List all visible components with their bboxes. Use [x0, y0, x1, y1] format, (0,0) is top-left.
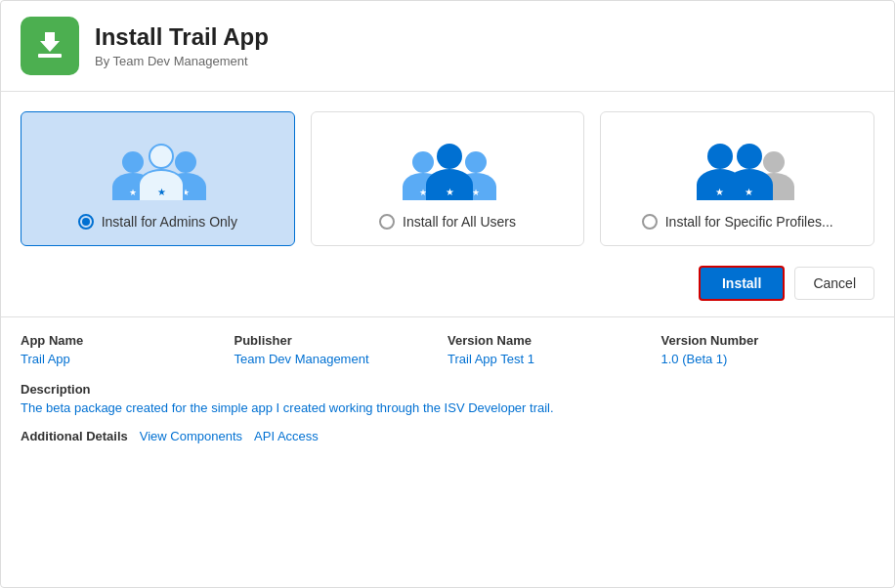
- info-grid: App Name Trail App Publisher Team Dev Ma…: [21, 333, 874, 366]
- modal-header: Install Trail App By Team Dev Management: [1, 1, 894, 92]
- version-name-value: Trail App Test 1: [448, 352, 661, 366]
- option-specific-profiles[interactable]: ★ ★ Install for Specific Profiles...: [600, 111, 874, 246]
- action-row: Install Cancel: [1, 256, 894, 316]
- app-name-label: App Name: [21, 333, 234, 348]
- app-name-col: App Name Trail App: [21, 333, 234, 366]
- radio-all-users[interactable]: [379, 214, 395, 230]
- info-section: App Name Trail App Publisher Team Dev Ma…: [1, 316, 894, 463]
- download-icon: [32, 28, 67, 63]
- description-text: The beta package created for the simple …: [21, 400, 874, 415]
- version-name-col: Version Name Trail App Test 1: [448, 333, 661, 366]
- publisher-col: Publisher Team Dev Management: [234, 333, 448, 366]
- option-admins-text: Install for Admins Only: [102, 214, 237, 230]
- option-admins-label-row: Install for Admins Only: [78, 214, 237, 230]
- view-components-link[interactable]: View Components: [140, 429, 242, 443]
- app-name-value: Trail App: [21, 352, 234, 366]
- version-number-value: 1.0 (Beta 1): [661, 352, 875, 366]
- radio-specific-profiles[interactable]: [642, 214, 658, 230]
- option-admins-only[interactable]: ★ ★ ★: [21, 111, 295, 246]
- install-button[interactable]: Install: [699, 266, 785, 301]
- cancel-button[interactable]: Cancel: [794, 267, 874, 300]
- publisher-label: Publisher: [234, 333, 448, 348]
- install-modal: Install Trail App By Team Dev Management…: [0, 0, 895, 588]
- app-subtitle: By Team Dev Management: [95, 54, 269, 68]
- install-options-container: ★ ★ ★: [1, 92, 894, 256]
- option-specific-label-row: Install for Specific Profiles...: [642, 214, 833, 230]
- description-section: Description The beta package created for…: [21, 382, 874, 415]
- header-text: Install Trail App By Team Dev Management: [95, 23, 269, 68]
- version-name-label: Version Name: [448, 333, 661, 348]
- additional-details-label: Additional Details: [21, 429, 128, 443]
- option-allusers-label-row: Install for All Users: [379, 214, 516, 230]
- option-all-users[interactable]: ★ ★ ★ Install for All U: [311, 111, 585, 246]
- admins-icon-group: ★ ★ ★: [108, 132, 206, 200]
- app-icon: [21, 17, 79, 75]
- api-access-link[interactable]: API Access: [254, 429, 319, 443]
- version-number-label: Version Number: [661, 333, 875, 348]
- option-specific-text: Install for Specific Profiles...: [665, 214, 833, 230]
- all-users-icon-group: ★ ★ ★: [399, 132, 496, 200]
- description-label: Description: [21, 382, 874, 397]
- svg-rect-0: [38, 54, 62, 58]
- publisher-value: Team Dev Management: [234, 352, 448, 366]
- app-title: Install Trail App: [95, 23, 269, 52]
- radio-admins[interactable]: [78, 214, 94, 230]
- additional-details: Additional Details View Components API A…: [21, 429, 874, 463]
- option-allusers-text: Install for All Users: [403, 214, 516, 230]
- version-number-col: Version Number 1.0 (Beta 1): [661, 333, 875, 366]
- specific-profiles-icon-group: ★ ★: [689, 132, 787, 200]
